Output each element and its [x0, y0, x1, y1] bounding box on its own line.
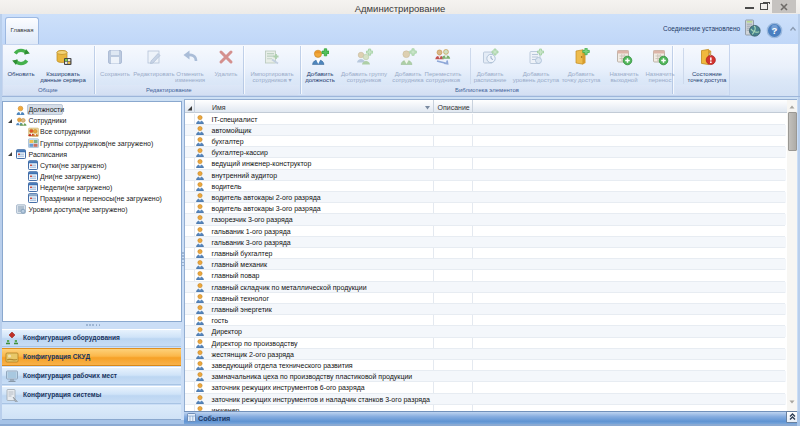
svg-text:?: ? — [772, 25, 778, 36]
